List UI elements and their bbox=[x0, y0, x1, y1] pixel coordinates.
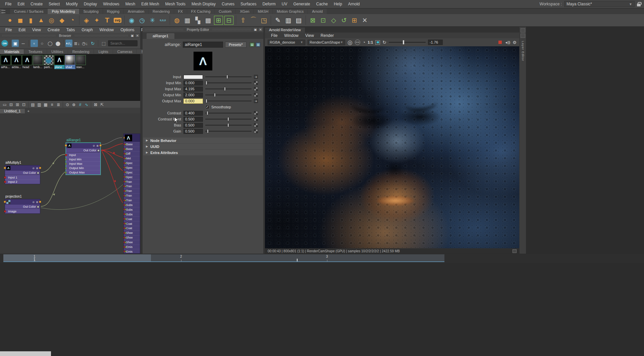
grid-snap-icon[interactable]: # bbox=[77, 102, 83, 107]
port-green-dot[interactable] bbox=[125, 176, 126, 178]
material-swatch-aista[interactable]: ΛaiSta... bbox=[11, 55, 22, 69]
value-field-bias[interactable] bbox=[183, 123, 203, 128]
drag-dots[interactable] bbox=[74, 35, 128, 37]
hypershade-menu-view[interactable]: View bbox=[29, 28, 44, 32]
node-plane[interactable]: plane Λ BaseBaseDiffMetSpecSpecSpecSpecT… bbox=[123, 134, 140, 254]
node-port-emis-23[interactable]: Emis bbox=[124, 249, 140, 254]
port-red-dot[interactable] bbox=[4, 181, 6, 183]
port-green-dot[interactable] bbox=[65, 163, 67, 165]
node-port-base-0[interactable]: Base bbox=[124, 142, 140, 147]
port-green-dot[interactable] bbox=[125, 200, 126, 201]
copy-tab-icon[interactable]: ▥ bbox=[256, 42, 261, 47]
slider-handle[interactable] bbox=[207, 129, 209, 133]
value-field-input-max[interactable] bbox=[183, 87, 203, 92]
slider-contrast-pivot[interactable] bbox=[205, 117, 252, 121]
slider-output-min[interactable] bbox=[205, 93, 252, 97]
port-green-dot[interactable] bbox=[125, 237, 126, 239]
exposure-value[interactable]: -1.76 bbox=[428, 40, 443, 45]
node-port-input-2[interactable]: Input 2 bbox=[5, 180, 40, 184]
out-color-port[interactable]: Out Color bbox=[5, 171, 40, 175]
poly-torus-icon[interactable]: ◎ bbox=[47, 15, 56, 25]
add-to-graph-icon[interactable]: ⊕ bbox=[71, 102, 77, 107]
shelf-tab-poly-modeling[interactable]: Poly Modeling bbox=[48, 9, 79, 14]
material-swatch-head[interactable]: Λhead bbox=[22, 55, 33, 69]
swatch-size-xlarge-icon[interactable]: ⬤ bbox=[54, 40, 62, 47]
shelf-tab-fx[interactable]: FX bbox=[174, 9, 187, 14]
port-green-dot[interactable] bbox=[125, 144, 126, 145]
node-port-input-max[interactable]: Input Max bbox=[66, 161, 100, 166]
port-green-dot[interactable] bbox=[65, 167, 67, 169]
material-swatch-stan[interactable]: stan... bbox=[76, 55, 86, 69]
ghost-icon-icon[interactable]: ⬚ bbox=[100, 40, 107, 47]
texture-map-icon[interactable] bbox=[254, 129, 258, 133]
node-port-base-1[interactable]: Base bbox=[124, 147, 140, 151]
node-port-coat-17[interactable]: Coat bbox=[124, 221, 140, 226]
port-dot[interactable] bbox=[4, 167, 6, 169]
node-port-output-max[interactable]: Output Max bbox=[66, 170, 100, 174]
port-green-dot[interactable] bbox=[125, 242, 126, 243]
search-nodes-icon[interactable]: ⊙ bbox=[64, 102, 70, 107]
camera-selector[interactable]: RenderCamShape▼ bbox=[308, 40, 345, 45]
node-port-subs-14[interactable]: Subs bbox=[124, 207, 140, 212]
menu-modify[interactable]: Modify bbox=[63, 0, 80, 8]
slider-contrast[interactable] bbox=[205, 111, 252, 115]
hypershade-menu-graph[interactable]: Graph bbox=[78, 28, 96, 32]
slider-gain[interactable] bbox=[205, 129, 252, 134]
slider-input[interactable] bbox=[205, 74, 252, 79]
node-port-emis-22[interactable]: Emis bbox=[124, 245, 140, 249]
node-port-input-min[interactable]: Input Min bbox=[66, 157, 100, 161]
shelf-tab-custom[interactable]: Custom bbox=[215, 9, 235, 14]
alpha-channel-icon[interactable]: ◔ bbox=[363, 40, 365, 45]
node-airange1[interactable]: aiRange1 Λ ⊘ ≣ Out Color InputInput MinI… bbox=[66, 143, 101, 175]
bridge-icon[interactable]: ⌒ bbox=[249, 15, 258, 25]
close-panel-icon[interactable]: ✕ bbox=[135, 34, 140, 38]
create-node-icon[interactable]: ▭ bbox=[2, 102, 8, 107]
slider-input-min[interactable] bbox=[205, 81, 252, 85]
menu-help[interactable]: Help bbox=[331, 0, 345, 8]
extrude-icon[interactable]: ⇧ bbox=[238, 15, 248, 25]
renderview-menu-window[interactable]: Window bbox=[281, 33, 302, 38]
node-port-spec-5[interactable]: Spec bbox=[124, 165, 140, 170]
symmetry-off-icon[interactable]: ✕ bbox=[360, 15, 370, 25]
multi-cut-tool-icon[interactable]: ✎ bbox=[273, 15, 283, 25]
presets-button[interactable]: Presets* bbox=[225, 42, 247, 48]
node-port-input[interactable]: Input bbox=[66, 153, 100, 157]
shelf-tab-curves-surfaces[interactable]: Curves / Surfaces bbox=[10, 9, 47, 14]
float-panel-icon[interactable]: ▣ bbox=[130, 34, 135, 38]
node-header[interactable]: Λ ⊘ ≣ bbox=[66, 143, 100, 148]
node-port-diff-2[interactable]: Diff bbox=[124, 151, 140, 156]
menu-display[interactable]: Display bbox=[81, 0, 100, 8]
pin-graph-icon[interactable]: ⇱ bbox=[99, 102, 105, 107]
port-red-dot[interactable] bbox=[4, 210, 6, 212]
port-green-dot[interactable] bbox=[65, 159, 67, 160]
sort-time-icon[interactable]: ◷↓ bbox=[81, 40, 89, 47]
menu-arnold[interactable]: Arnold bbox=[345, 0, 363, 8]
node-port-subs-15[interactable]: Subs bbox=[124, 212, 140, 216]
port-green-dot[interactable] bbox=[125, 186, 126, 187]
section-uuid[interactable]: ▶UUID bbox=[143, 144, 263, 149]
sort-reverse-icon[interactable]: ≣↓ bbox=[73, 40, 80, 47]
out-color-port[interactable]: Out Color bbox=[66, 148, 100, 153]
browser-tab-utilities[interactable]: Utilities bbox=[47, 49, 67, 54]
node-header[interactable]: Λ bbox=[124, 134, 140, 142]
attribute-editor-icon[interactable] bbox=[521, 34, 525, 38]
port-green-dot[interactable] bbox=[125, 232, 126, 234]
add-tab-button[interactable]: + bbox=[25, 109, 32, 113]
browser-tab-textures[interactable]: Textures bbox=[24, 49, 47, 54]
sculpt-toolkit-icon[interactable]: ↺ bbox=[339, 15, 349, 25]
slider-handle[interactable] bbox=[214, 93, 216, 97]
insert-edge-loop-icon[interactable]: ▥ bbox=[283, 15, 293, 25]
menu-select[interactable]: Select bbox=[46, 0, 63, 8]
shelf-tab-motion-graphics[interactable]: Motion Graphics bbox=[273, 9, 308, 14]
tab-airange1[interactable]: aiRange1 bbox=[147, 33, 174, 39]
port-green-dot[interactable] bbox=[125, 204, 126, 206]
port-green-dot[interactable] bbox=[125, 227, 126, 229]
combine-icon[interactable]: ▦ bbox=[182, 15, 192, 25]
add-node-icon[interactable]: ⊞ bbox=[14, 102, 20, 107]
port-green-dot[interactable] bbox=[125, 213, 126, 215]
merge-vertices-icon[interactable]: ⊡ bbox=[318, 15, 328, 25]
region-render-icon[interactable] bbox=[375, 40, 380, 45]
menu-create[interactable]: Create bbox=[28, 0, 46, 8]
node-port-tran-9[interactable]: Tran bbox=[124, 184, 140, 189]
port-green-dot[interactable] bbox=[125, 167, 126, 168]
